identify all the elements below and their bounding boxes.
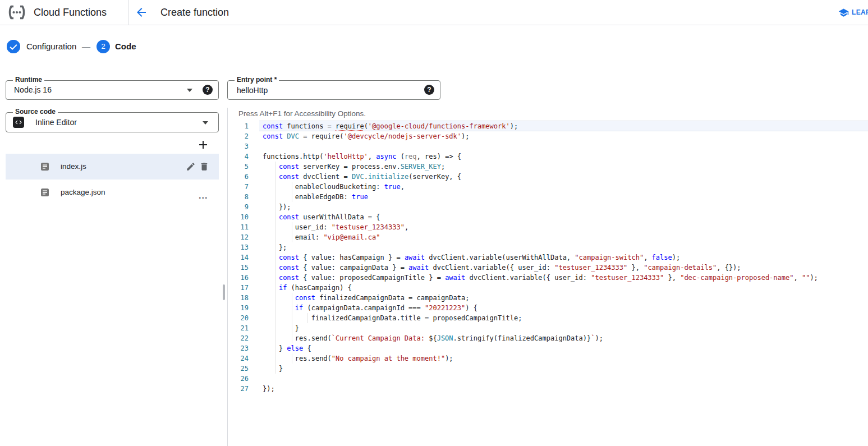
code-line-20[interactable]: 20 finalizedCampaignData.title = propose… [228,313,868,323]
file-name: index.js [61,154,86,180]
line-content: enableCloudBucketing: true, [263,182,868,192]
indent-guide [275,323,276,333]
code-line-4[interactable]: 4functions.http('helloHttp', async (req,… [228,151,868,162]
step-separator: — [82,42,90,51]
line-number: 17 [228,283,249,293]
indent-guide [275,182,276,192]
code-line-21[interactable]: 21 } [228,323,868,333]
delete-file-button[interactable] [199,162,209,172]
code-line-7[interactable]: 7 enableCloudBucketing: true, [228,182,868,192]
line-content: res.send(`Current Campaign Data: ${JSON.… [263,333,868,343]
code-editor[interactable]: 1const functions = require('@google-clou… [228,121,868,413]
line-number: 18 [228,293,249,303]
file-row-index.js[interactable]: index.js [6,154,219,180]
line-number: 26 [228,374,249,384]
scrollbar-thumb[interactable] [223,284,225,300]
line-content: user_id: "testuser_1234333", [263,222,868,232]
create-function-page: Cloud Functions Create function LEARN Co… [0,0,868,446]
line-content: }); [263,384,868,394]
arrow-back-icon [135,6,148,19]
indent-guide [275,242,276,252]
indent-guide [275,353,276,364]
code-line-22[interactable]: 22 res.send(`Current Campaign Data: ${JS… [228,333,868,343]
line-content: res.send("No campaign at the moment!"); [263,353,868,364]
code-line-26[interactable]: 26 [228,374,868,384]
code-line-9[interactable]: 9 }); [228,202,868,212]
indent-guide [275,192,276,202]
step-configuration-indicator[interactable] [7,40,20,53]
entry-point-field[interactable]: Entry point * ? [227,80,440,100]
code-line-14[interactable]: 14 const { value: hasCampaign } = await … [228,252,868,263]
line-content: if (campaignData.campaignId === "2022122… [263,303,868,313]
code-line-12[interactable]: 12 email: "vip@email.ca" [228,232,868,242]
code-line-16[interactable]: 16 const { value: proposedCampaignTitle … [228,273,868,283]
line-content: } [263,323,868,333]
pencil-icon [186,162,196,172]
line-content: const serverKey = process.env.SERVER_KEY… [263,162,868,172]
code-line-5[interactable]: 5 const serverKey = process.env.SERVER_K… [228,162,868,172]
code-line-13[interactable]: 13 }; [228,242,868,252]
code-line-25[interactable]: 25 } [228,364,868,374]
back-button[interactable] [135,6,148,19]
code-line-19[interactable]: 19 if (campaignData.campaignId === "2022… [228,303,868,313]
indent-guide [275,333,276,343]
line-content: } [263,364,868,374]
step-configuration-label[interactable]: Configuration [26,42,76,51]
line-content: finalizedCampaignData.title = proposedCa… [263,313,868,323]
step-code-label[interactable]: Code [115,42,136,51]
indent-guide [307,313,308,323]
learn-link[interactable]: LEARN [838,0,868,25]
line-content: const dvcClient = DVC.initialize(serverK… [263,172,868,182]
line-number: 15 [228,263,249,273]
indent-guide [275,263,276,273]
source-code-select[interactable]: Source code Inline Editor [6,112,219,132]
file-row-package.json[interactable]: package.json... [6,180,219,205]
code-line-24[interactable]: 24 res.send("No campaign at the moment!"… [228,353,868,364]
chevron-down-icon [187,89,192,92]
line-content: const DVC = require('@devcycle/nodejs-se… [263,131,868,141]
line-content: const { value: hasCampaign } = await dvc… [263,252,868,263]
line-content: enableEdgeDB: true [263,192,868,202]
code-line-2[interactable]: 2const DVC = require('@devcycle/nodejs-s… [228,131,868,141]
line-number: 2 [228,131,249,141]
line-number: 14 [228,252,249,263]
indent-guide [292,353,292,364]
indent-guide [275,283,276,293]
code-line-23[interactable]: 23 } else { [228,343,868,353]
check-icon [7,40,20,53]
line-content: const functions = require('@google-cloud… [263,121,868,131]
code-line-1[interactable]: 1const functions = require('@google-clou… [228,121,868,131]
code-line-6[interactable]: 6 const dvcClient = DVC.initialize(serve… [228,172,868,182]
code-line-10[interactable]: 10 const userWithAllData = { [228,212,868,222]
line-number: 4 [228,151,249,162]
code-line-3[interactable]: 3 [228,141,868,151]
runtime-select[interactable]: Runtime Node.js 16 ? [6,80,219,100]
runtime-help-icon[interactable]: ? [203,85,213,95]
header-divider [128,0,128,25]
code-line-18[interactable]: 18 const finalizedCampaignData = campaig… [228,293,868,303]
code-line-15[interactable]: 15 const { value: campaignData } = await… [228,263,868,273]
indent-guide [275,222,276,232]
code-line-27[interactable]: 27}); [228,384,868,394]
code-line-17[interactable]: 17 if (hasCampaign) { [228,283,868,293]
page-title: Create function [160,0,229,25]
entry-point-help-icon[interactable]: ? [424,85,434,95]
indent-guide [275,273,276,283]
line-content: }); [263,202,868,212]
line-number: 8 [228,192,249,202]
code-line-8[interactable]: 8 enableEdgeDB: true [228,192,868,202]
line-number: 21 [228,323,249,333]
add-file-button[interactable] [196,138,210,151]
indent-guide [292,182,292,192]
file-more-button[interactable]: ... [199,183,208,209]
cloud-functions-logo-icon [7,4,27,20]
edit-file-button[interactable] [186,162,196,172]
indent-guide [275,343,276,353]
indent-guide [275,212,276,222]
line-number: 3 [228,141,249,151]
code-line-11[interactable]: 11 user_id: "testuser_1234333", [228,222,868,232]
code-icon [13,117,24,128]
chevron-down-icon [203,121,208,125]
step-code-indicator[interactable]: 2 [97,40,110,53]
entry-point-input[interactable] [236,81,406,99]
